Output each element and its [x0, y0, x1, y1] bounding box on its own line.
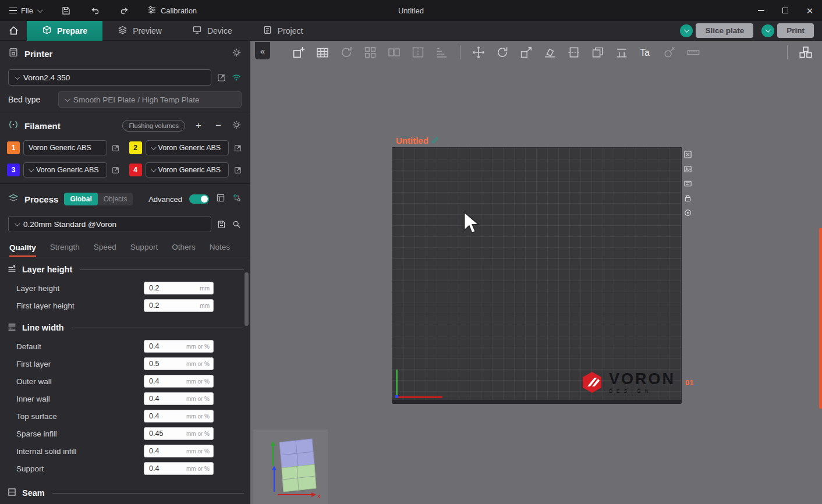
process-compare-icon[interactable]	[232, 193, 242, 205]
line-width-default-input[interactable]: 0.4 mm or %	[144, 340, 214, 353]
save-icon[interactable]	[58, 3, 75, 18]
file-menu[interactable]: File	[5, 4, 46, 17]
add-filament-button[interactable]: +	[192, 119, 205, 132]
printer-select[interactable]: Voron2.4 350	[8, 69, 211, 86]
print-button[interactable]: Print	[777, 23, 814, 38]
filament-select-2[interactable]: Voron Generic ABS	[146, 140, 229, 155]
edit-plate-name-icon[interactable]	[431, 136, 439, 145]
logo-subword: DESIGN	[609, 389, 675, 394]
filament-select-3[interactable]: Voron Generic ABS	[23, 162, 107, 178]
line-width-outer-wall-input[interactable]: 0.4 mm or %	[144, 375, 214, 388]
assembly-view-icon[interactable]	[798, 44, 814, 61]
tab-device[interactable]: Device	[177, 21, 247, 41]
first-layer-height-input[interactable]: 0.2 mm	[144, 299, 214, 312]
build-plate[interactable]: VORON DESIGN	[392, 147, 682, 400]
bed-type-value: Smooth PEI Plate / High Temp Plate	[73, 95, 200, 104]
add-plate-icon[interactable]	[314, 44, 331, 61]
line-width-support-input[interactable]: 0.4 mm or %	[144, 462, 214, 475]
filament-name: Voron Generic ABS	[29, 144, 91, 152]
support-paint-icon[interactable]	[614, 44, 630, 61]
tab-strength[interactable]: Strength	[50, 243, 80, 257]
cut-icon[interactable]	[566, 44, 582, 61]
flushing-volumes-button[interactable]: Flushing volumes	[122, 120, 185, 132]
home-button[interactable]	[0, 21, 27, 41]
sidebar-scrollbar[interactable]	[245, 272, 249, 326]
tab-support[interactable]: Support	[130, 243, 158, 257]
edit-filament-icon[interactable]	[232, 165, 243, 175]
lock-plate-icon[interactable]	[682, 193, 693, 204]
tab-prepare[interactable]: Prepare	[27, 21, 102, 41]
rotate-icon[interactable]	[494, 44, 511, 61]
printer-connection-icon[interactable]	[231, 72, 242, 83]
plate-marker-icon[interactable]	[682, 207, 693, 218]
tab-preview[interactable]: Preview	[102, 21, 177, 41]
chevron-down-icon	[150, 144, 156, 150]
save-preset-icon[interactable]	[216, 219, 226, 229]
edit-filament-icon[interactable]	[111, 165, 121, 175]
tab-notes[interactable]: Notes	[210, 243, 230, 257]
auto-orient-icon[interactable]	[338, 44, 355, 61]
maximize-button[interactable]	[773, 0, 798, 21]
tab-quality[interactable]: Quality	[9, 243, 36, 257]
scale-icon[interactable]	[518, 44, 534, 61]
redo-icon[interactable]	[116, 3, 133, 18]
print-options-dropdown[interactable]	[761, 24, 774, 37]
split-to-objects-icon[interactable]	[386, 44, 402, 61]
parameter-table-icon[interactable]	[216, 193, 225, 205]
split-to-parts-icon[interactable]	[410, 44, 426, 61]
filament-color-badge[interactable]: 2	[129, 141, 142, 154]
printer-settings-gear-icon[interactable]	[232, 48, 242, 60]
clone-icon[interactable]	[590, 44, 606, 61]
process-tabs: Quality Strength Speed Support Others No…	[0, 235, 250, 257]
variable-layer-height-icon[interactable]	[434, 44, 450, 61]
filament-color-badge[interactable]: 1	[7, 141, 20, 154]
process-preset-select[interactable]: 0.20mm Standard @Voron	[8, 216, 211, 232]
move-icon[interactable]	[470, 44, 487, 61]
add-object-icon[interactable]	[290, 44, 307, 61]
undo-icon[interactable]	[87, 3, 104, 18]
filament-settings-gear-icon[interactable]	[232, 120, 242, 132]
filament-color-badge[interactable]: 3	[7, 164, 20, 176]
calibration-button[interactable]: Calibration	[147, 5, 197, 16]
text-tool-icon[interactable]: Ta	[637, 44, 654, 61]
tab-others[interactable]: Others	[172, 243, 196, 257]
slice-options-dropdown[interactable]	[680, 24, 693, 37]
edit-printer-preset-icon[interactable]	[216, 72, 226, 83]
close-plate-icon[interactable]	[682, 149, 693, 160]
line-width-inner-wall-input[interactable]: 0.4 mm or %	[144, 392, 214, 405]
layer-height-input[interactable]: 0.2 mm	[144, 282, 214, 294]
filament-color-badge[interactable]: 4	[129, 164, 142, 176]
setting-row: Outer wall 0.4 mm or %	[0, 372, 250, 390]
close-button[interactable]: ✕	[798, 0, 822, 21]
measure-icon[interactable]	[685, 44, 701, 61]
slice-plate-button[interactable]: Slice plate	[696, 23, 753, 38]
line-width-internal-solid-infill-input[interactable]: 0.4 mm or %	[144, 445, 214, 457]
voron-logo: VORON DESIGN	[580, 371, 675, 394]
tab-speed[interactable]: Speed	[94, 243, 116, 257]
filament-select-4[interactable]: Voron Generic ABS	[146, 162, 229, 178]
object-thumbnail[interactable]: x	[253, 430, 328, 504]
plate-name-text: Untitled	[396, 136, 428, 145]
minimize-button[interactable]	[749, 0, 773, 21]
bed-type-select[interactable]: Smooth PEI Plate / High Temp Plate	[58, 91, 242, 108]
edit-filament-icon[interactable]	[232, 143, 243, 153]
line-width-sparse-infill-input[interactable]: 0.45 mm or %	[144, 427, 214, 440]
remove-filament-button[interactable]: −	[212, 119, 225, 132]
line-width-first-layer-input[interactable]: 0.5 mm or %	[144, 357, 214, 370]
filament-select-1[interactable]: Voron Generic ABS	[23, 140, 107, 155]
plate-settings-icon[interactable]	[682, 164, 693, 175]
plate-name-label[interactable]: Untitled	[396, 136, 439, 145]
arrange-icon[interactable]	[362, 44, 378, 61]
seam-paint-icon[interactable]	[661, 44, 678, 61]
advanced-toggle[interactable]	[189, 194, 209, 204]
plate-name-icon[interactable]	[682, 178, 693, 189]
edit-filament-icon[interactable]	[111, 143, 121, 153]
viewport-3d[interactable]: «	[251, 41, 822, 504]
search-icon[interactable]	[231, 219, 242, 229]
scope-objects-button[interactable]: Objects	[98, 193, 133, 205]
sidebar-collapse-button[interactable]: «	[255, 42, 270, 59]
tab-project[interactable]: Project	[247, 21, 318, 41]
line-width-top-surface-input[interactable]: 0.4 mm or %	[144, 410, 214, 423]
lay-on-face-icon[interactable]	[542, 44, 558, 61]
scope-global-button[interactable]: Global	[64, 193, 97, 205]
